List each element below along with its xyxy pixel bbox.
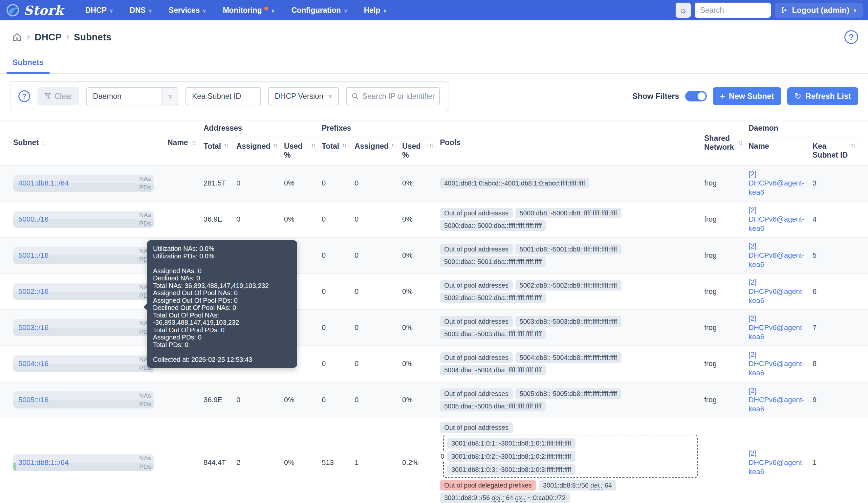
col-header-pfx-used[interactable]: Used %↑↓ (399, 137, 437, 165)
utilization-fill (13, 463, 16, 471)
daemon-link[interactable]: [2] DHCPv6@agent-kea6 (748, 314, 806, 341)
pool-line: 5001:dba::-5001:dba::ffff:ffff:ffff:ffff (440, 256, 546, 267)
menu-services[interactable]: Services∨ (163, 3, 213, 18)
navbar-right: ☼ Logout (admin) ∨ (675, 3, 863, 18)
filter-panel: ? Clear Daemon ∨ DHCP Version ∨ (10, 81, 448, 111)
daemon-link[interactable]: [2] DHCPv6@agent-kea6 (748, 278, 806, 305)
table-row: NAsPDs5002::/1636.9E00%000%Out of pool a… (0, 274, 868, 310)
pool-chip: 5003:db8::-5003:db8::ffff:ffff:ffff:ffff (515, 316, 621, 327)
utilization-bars: NAsPDs5003::/16 (13, 319, 154, 336)
pfx-total-cell: 0 (319, 396, 351, 404)
home-icon[interactable] (12, 32, 22, 42)
pools-cell: Out of pool addresses5003:db8::-5003:db8… (437, 316, 701, 339)
pool-chip: 5005:db8::-5005:db8::ffff:ffff:ffff:ffff (515, 388, 621, 399)
refresh-list-button[interactable]: ↻Refresh List (787, 87, 858, 105)
ip-search-input[interactable] (362, 92, 435, 101)
sort-icon: ↑↓ (342, 142, 346, 149)
daemon-select[interactable]: Daemon ∨ (86, 87, 178, 105)
kea-subnet-id-cell: 6 (809, 287, 858, 296)
pool-line: 5000:dba::-5000:dba::ffff:ffff:ffff:ffff (440, 220, 546, 231)
daemon-link[interactable]: [2] DHCPv6@agent-kea6 (748, 449, 806, 476)
pool-chip: 5004:db8::-5004:db8::ffff:ffff:ffff:ffff (515, 352, 621, 363)
col-header-pfx-total[interactable]: Total↑↓ (319, 137, 351, 165)
col-header-pfx-assigned[interactable]: Assigned↑↓ (351, 137, 399, 165)
subnet-cell: NAsPDs5005::/16 (10, 391, 164, 409)
tab-bar: Subnets (0, 53, 868, 74)
pds-label: PDs (139, 463, 151, 471)
nas-label: NAs (139, 211, 151, 219)
chevron-down-icon: ∨ (853, 7, 857, 13)
subnet-link[interactable]: 5001::/16 (18, 251, 49, 260)
dhcp-version-select[interactable]: DHCP Version ∨ (268, 87, 339, 105)
menu-monitoring[interactable]: Monitoring∨ (217, 3, 281, 18)
col-header-subnet[interactable]: Subnet↑↓ (10, 121, 164, 165)
daemon-link[interactable]: [2] DHCPv6@agent-kea6 (748, 350, 806, 378)
menu-help[interactable]: Help∨ (358, 3, 393, 18)
subnet-link[interactable]: 5005::/16 (18, 396, 49, 404)
shared-network-cell: frog (701, 324, 745, 332)
pools-cell: Out of pool addresses03001:db8:1:0:1::-3… (437, 422, 701, 503)
col-header-addr-used[interactable]: Used %↑↓ (281, 137, 319, 165)
daemon-link[interactable]: [2] DHCPv6@agent-kea6 (748, 242, 806, 269)
pool-chip: 4001:db8:1:0:abcd::-4001:db8:1:0:abcd:ff… (440, 178, 589, 188)
nas-label: NAs (139, 454, 151, 463)
menu-dhcp[interactable]: DHCP∨ (80, 3, 119, 18)
col-group-prefixes: Prefixes (319, 121, 437, 137)
daemon-link[interactable]: [2] DHCPv6@agent-kea6 (748, 206, 806, 233)
pds-label: PDs (139, 219, 151, 228)
utilization-bars: NAsPDs3001:db8:1::/64 (13, 454, 154, 471)
shared-network-cell: frog (701, 179, 745, 187)
stork-logo[interactable]: Stork (5, 3, 64, 18)
sort-icon: ↑↓ (224, 142, 228, 149)
subnet-link[interactable]: 3001:db8:1::/64 (18, 458, 69, 467)
utilization-bars: NAsPDs5002::/16 (13, 283, 154, 300)
pool-chip: 5002:db8::-5002:db8::ffff:ffff:ffff:ffff (515, 280, 621, 290)
subnet-link[interactable]: 5002::/16 (18, 287, 49, 296)
pool-line: Out of pool addresses5001:db8::-5001:db8… (440, 244, 621, 255)
menu-dns[interactable]: DNS∨ (124, 3, 158, 18)
new-subnet-button[interactable]: +New Subnet (713, 87, 781, 105)
pfx-assigned-cell: 0 (351, 360, 399, 368)
pfx-used-cell: 0% (399, 396, 437, 404)
pfx-used-cell: 0% (399, 360, 437, 368)
subnet-link[interactable]: 5000::/16 (18, 215, 49, 224)
theme-toggle-button[interactable]: ☼ (675, 3, 691, 18)
subnet-cell: NAsPDs5003::/16 (10, 319, 164, 336)
table-row: NAsPDs5003::/1636.9E00%000%Out of pool a… (0, 310, 868, 346)
pds-label: PDs (139, 400, 151, 409)
col-header-addr-assigned[interactable]: Assigned↑↓ (233, 137, 281, 165)
nas-label: NAs (139, 175, 151, 183)
pfx-total-cell: 0 (319, 179, 351, 187)
subnet-link[interactable]: 5003::/16 (18, 324, 49, 332)
clear-filters-button[interactable]: Clear (38, 87, 79, 105)
filter-toolbar: ? Clear Daemon ∨ DHCP Version ∨ Show Fil… (10, 81, 858, 111)
daemon-link[interactable]: [2] DHCPv6@agent-kea6 (748, 386, 806, 414)
chevron-down-icon: ∨ (109, 8, 113, 14)
filter-help-icon[interactable]: ? (18, 90, 30, 102)
pool-chip: 5001:dba::-5001:dba::ffff:ffff:ffff:ffff (440, 256, 546, 267)
col-header-name[interactable]: Name↑↓ (164, 121, 200, 165)
col-header-kea-subnet-id[interactable]: Kea Subnet ID↑↓ (809, 137, 858, 165)
breadcrumb-section[interactable]: DHCP (34, 32, 61, 43)
col-header-addr-total[interactable]: Total↑↓ (200, 137, 233, 165)
col-header-pools: Pools (437, 121, 701, 165)
logout-button[interactable]: Logout (admin) ∨ (775, 3, 863, 18)
col-group-daemon: Daemon (745, 121, 858, 137)
utilization-bars: NAsPDs5000::/16 (13, 211, 154, 228)
addr-total-cell: 36.9E (200, 396, 233, 404)
daemon-link[interactable]: [2] DHCPv6@agent-kea6 (748, 170, 806, 197)
tab-subnets[interactable]: Subnets (7, 53, 50, 74)
show-filters-toggle[interactable] (685, 91, 707, 101)
page-help-icon[interactable]: ? (844, 30, 858, 44)
subnet-link[interactable]: 5004::/16 (18, 360, 49, 368)
table-row: NAsPDs3001:db8:1::/64844.4T20%51310.2%Ou… (0, 418, 868, 503)
pool-chip: 5005:dba::-5005:dba::ffff:ffff:ffff:ffff (440, 401, 546, 411)
col-header-shared-network[interactable]: Shared Network↑↓ (701, 121, 745, 165)
subnet-cell: NAsPDs3001:db8:1::/64 (10, 454, 164, 471)
kea-subnet-id-input[interactable] (186, 87, 261, 105)
addr-used-cell: 0% (281, 215, 319, 224)
menu-configuration[interactable]: Configuration∨ (286, 3, 353, 18)
subnet-link[interactable]: 4001:db8:1::/64 (18, 179, 69, 187)
global-search-input[interactable] (695, 3, 771, 18)
pools-cell: 4001:db8:1:0:abcd::-4001:db8:1:0:abcd:ff… (437, 178, 701, 188)
